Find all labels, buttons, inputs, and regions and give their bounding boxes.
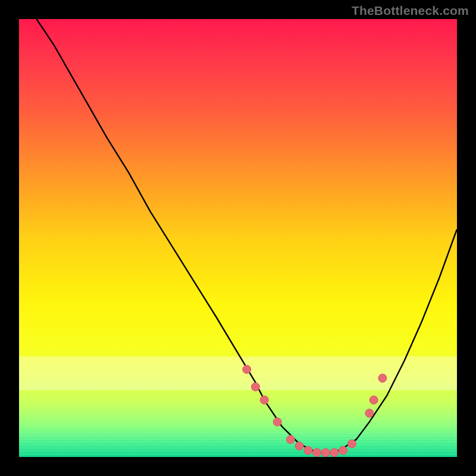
curve-marker (378, 374, 387, 383)
curve-marker (304, 446, 312, 455)
marker-group (243, 365, 387, 457)
curve-marker (243, 365, 251, 374)
curve-marker (295, 442, 303, 450)
curve-marker (365, 409, 374, 417)
bottleneck-curve (36, 19, 457, 453)
curve-marker (330, 449, 339, 457)
curve-marker (251, 383, 259, 391)
attribution-text: TheBottleneck.com (352, 4, 469, 18)
curve-marker (339, 446, 347, 455)
curve-layer (19, 19, 457, 457)
curve-marker (260, 396, 268, 404)
curve-marker (313, 449, 321, 457)
curve-marker (286, 436, 295, 444)
curve-marker (273, 418, 281, 426)
plot-area (19, 19, 457, 457)
curve-marker (369, 396, 378, 404)
curve-marker (321, 449, 330, 457)
chart-frame: TheBottleneck.com (0, 0, 476, 476)
curve-marker (347, 440, 356, 448)
